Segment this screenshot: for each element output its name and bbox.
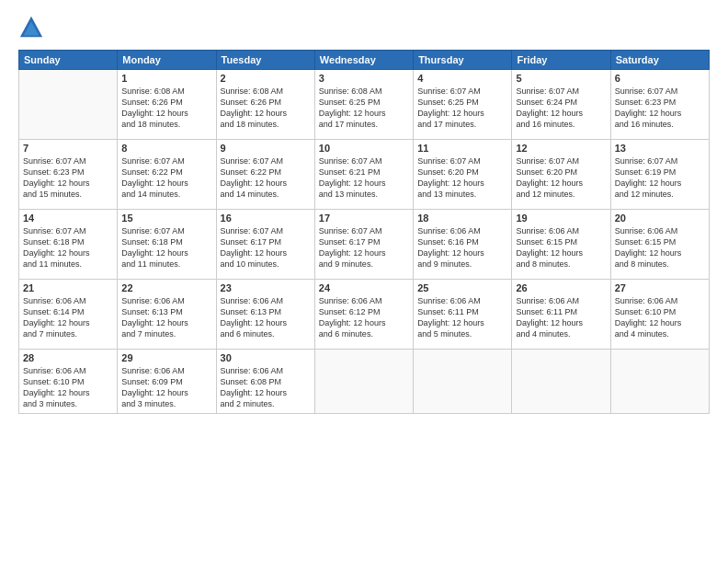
day-number: 15 <box>121 213 211 224</box>
page: SundayMondayTuesdayWednesdayThursdayFrid… <box>0 0 728 563</box>
day-number: 19 <box>516 213 606 224</box>
calendar-cell: 1Sunrise: 6:08 AM Sunset: 6:26 PM Daylig… <box>118 70 216 140</box>
calendar-cell: 14Sunrise: 6:07 AM Sunset: 6:18 PM Dayli… <box>19 210 118 280</box>
calendar-week-2: 14Sunrise: 6:07 AM Sunset: 6:18 PM Dayli… <box>19 210 710 280</box>
day-number: 20 <box>615 213 705 224</box>
day-detail: Sunrise: 6:07 AM Sunset: 6:22 PM Dayligh… <box>221 155 311 201</box>
day-detail: Sunrise: 6:07 AM Sunset: 6:25 PM Dayligh… <box>417 86 507 131</box>
day-number: 11 <box>417 143 507 154</box>
day-detail: Sunrise: 6:07 AM Sunset: 6:18 PM Dayligh… <box>121 225 211 270</box>
day-number: 28 <box>23 352 113 363</box>
day-detail: Sunrise: 6:07 AM Sunset: 6:20 PM Dayligh… <box>516 155 606 201</box>
calendar-cell: 28Sunrise: 6:06 AM Sunset: 6:10 PM Dayli… <box>19 350 118 414</box>
day-detail: Sunrise: 6:07 AM Sunset: 6:24 PM Dayligh… <box>516 86 606 131</box>
calendar-cell: 11Sunrise: 6:07 AM Sunset: 6:20 PM Dayli… <box>414 140 512 210</box>
day-number: 12 <box>516 143 606 154</box>
calendar-cell: 6Sunrise: 6:07 AM Sunset: 6:23 PM Daylig… <box>610 70 709 140</box>
day-detail: Sunrise: 6:07 AM Sunset: 6:17 PM Dayligh… <box>221 225 311 270</box>
day-number: 1 <box>121 73 211 84</box>
calendar-cell: 3Sunrise: 6:08 AM Sunset: 6:25 PM Daylig… <box>314 70 413 140</box>
day-detail: Sunrise: 6:07 AM Sunset: 6:17 PM Dayligh… <box>319 225 409 270</box>
day-detail: Sunrise: 6:06 AM Sunset: 6:11 PM Dayligh… <box>516 295 606 340</box>
day-number: 10 <box>319 143 409 154</box>
day-detail: Sunrise: 6:07 AM Sunset: 6:21 PM Dayligh… <box>319 155 409 201</box>
day-detail: Sunrise: 6:06 AM Sunset: 6:09 PM Dayligh… <box>121 365 211 410</box>
calendar-cell: 24Sunrise: 6:06 AM Sunset: 6:12 PM Dayli… <box>314 280 413 350</box>
calendar-cell: 8Sunrise: 6:07 AM Sunset: 6:22 PM Daylig… <box>118 140 216 210</box>
logo-icon <box>18 15 44 40</box>
header <box>18 15 710 40</box>
calendar-cell <box>19 70 118 140</box>
day-number: 14 <box>23 213 113 224</box>
calendar-cell: 16Sunrise: 6:07 AM Sunset: 6:17 PM Dayli… <box>216 210 314 280</box>
day-number: 26 <box>516 282 606 293</box>
calendar-week-0: 1Sunrise: 6:08 AM Sunset: 6:26 PM Daylig… <box>19 70 710 140</box>
col-header-friday: Friday <box>512 51 610 70</box>
calendar-cell: 29Sunrise: 6:06 AM Sunset: 6:09 PM Dayli… <box>118 350 216 414</box>
calendar-cell <box>512 350 610 414</box>
calendar-cell: 21Sunrise: 6:06 AM Sunset: 6:14 PM Dayli… <box>19 280 118 350</box>
calendar-cell <box>314 350 413 414</box>
calendar-cell: 26Sunrise: 6:06 AM Sunset: 6:11 PM Dayli… <box>512 280 610 350</box>
calendar-cell: 30Sunrise: 6:06 AM Sunset: 6:08 PM Dayli… <box>216 350 314 414</box>
day-number: 8 <box>121 143 211 154</box>
calendar-week-1: 7Sunrise: 6:07 AM Sunset: 6:23 PM Daylig… <box>19 140 710 210</box>
day-detail: Sunrise: 6:06 AM Sunset: 6:12 PM Dayligh… <box>319 295 409 340</box>
logo <box>18 15 48 40</box>
day-number: 4 <box>417 73 507 84</box>
col-header-thursday: Thursday <box>414 51 512 70</box>
calendar-cell: 5Sunrise: 6:07 AM Sunset: 6:24 PM Daylig… <box>512 70 610 140</box>
day-number: 13 <box>615 143 705 154</box>
calendar-cell: 13Sunrise: 6:07 AM Sunset: 6:19 PM Dayli… <box>610 140 709 210</box>
calendar-week-3: 21Sunrise: 6:06 AM Sunset: 6:14 PM Dayli… <box>19 280 710 350</box>
col-header-sunday: Sunday <box>19 51 118 70</box>
day-number: 3 <box>319 73 409 84</box>
day-number: 17 <box>319 213 409 224</box>
calendar-cell: 2Sunrise: 6:08 AM Sunset: 6:26 PM Daylig… <box>216 70 314 140</box>
calendar-cell: 25Sunrise: 6:06 AM Sunset: 6:11 PM Dayli… <box>414 280 512 350</box>
day-detail: Sunrise: 6:08 AM Sunset: 6:26 PM Dayligh… <box>221 86 311 131</box>
day-detail: Sunrise: 6:06 AM Sunset: 6:11 PM Dayligh… <box>417 295 507 340</box>
day-number: 25 <box>417 282 507 293</box>
col-header-wednesday: Wednesday <box>314 51 413 70</box>
day-number: 9 <box>221 143 311 154</box>
day-number: 5 <box>516 73 606 84</box>
day-detail: Sunrise: 6:06 AM Sunset: 6:10 PM Dayligh… <box>615 295 705 340</box>
day-detail: Sunrise: 6:06 AM Sunset: 6:13 PM Dayligh… <box>221 295 311 340</box>
day-detail: Sunrise: 6:06 AM Sunset: 6:13 PM Dayligh… <box>121 295 211 340</box>
day-detail: Sunrise: 6:07 AM Sunset: 6:22 PM Dayligh… <box>121 155 211 201</box>
day-detail: Sunrise: 6:07 AM Sunset: 6:23 PM Dayligh… <box>615 86 705 131</box>
calendar-cell: 7Sunrise: 6:07 AM Sunset: 6:23 PM Daylig… <box>19 140 118 210</box>
col-header-tuesday: Tuesday <box>216 51 314 70</box>
calendar-cell: 18Sunrise: 6:06 AM Sunset: 6:16 PM Dayli… <box>414 210 512 280</box>
day-number: 30 <box>221 352 311 363</box>
day-number: 7 <box>23 143 113 154</box>
calendar-cell: 17Sunrise: 6:07 AM Sunset: 6:17 PM Dayli… <box>314 210 413 280</box>
calendar-cell: 9Sunrise: 6:07 AM Sunset: 6:22 PM Daylig… <box>216 140 314 210</box>
calendar-cell: 10Sunrise: 6:07 AM Sunset: 6:21 PM Dayli… <box>314 140 413 210</box>
day-detail: Sunrise: 6:06 AM Sunset: 6:08 PM Dayligh… <box>221 365 311 410</box>
calendar-cell: 19Sunrise: 6:06 AM Sunset: 6:15 PM Dayli… <box>512 210 610 280</box>
day-detail: Sunrise: 6:07 AM Sunset: 6:20 PM Dayligh… <box>417 155 507 201</box>
col-header-saturday: Saturday <box>610 51 709 70</box>
day-number: 18 <box>417 213 507 224</box>
day-detail: Sunrise: 6:08 AM Sunset: 6:25 PM Dayligh… <box>319 86 409 131</box>
day-detail: Sunrise: 6:08 AM Sunset: 6:26 PM Dayligh… <box>121 86 211 131</box>
calendar-table: SundayMondayTuesdayWednesdayThursdayFrid… <box>18 50 710 414</box>
day-detail: Sunrise: 6:07 AM Sunset: 6:18 PM Dayligh… <box>23 225 113 270</box>
calendar-cell <box>414 350 512 414</box>
day-detail: Sunrise: 6:06 AM Sunset: 6:15 PM Dayligh… <box>615 225 705 270</box>
calendar-cell: 4Sunrise: 6:07 AM Sunset: 6:25 PM Daylig… <box>414 70 512 140</box>
calendar-header-row: SundayMondayTuesdayWednesdayThursdayFrid… <box>19 51 710 70</box>
calendar-cell: 27Sunrise: 6:06 AM Sunset: 6:10 PM Dayli… <box>610 280 709 350</box>
day-number: 6 <box>615 73 705 84</box>
calendar-cell: 23Sunrise: 6:06 AM Sunset: 6:13 PM Dayli… <box>216 280 314 350</box>
day-detail: Sunrise: 6:06 AM Sunset: 6:16 PM Dayligh… <box>417 225 507 270</box>
calendar-week-4: 28Sunrise: 6:06 AM Sunset: 6:10 PM Dayli… <box>19 350 710 414</box>
calendar-cell: 15Sunrise: 6:07 AM Sunset: 6:18 PM Dayli… <box>118 210 216 280</box>
day-detail: Sunrise: 6:07 AM Sunset: 6:19 PM Dayligh… <box>615 155 705 201</box>
day-number: 27 <box>615 282 705 293</box>
day-detail: Sunrise: 6:06 AM Sunset: 6:14 PM Dayligh… <box>23 295 113 340</box>
day-detail: Sunrise: 6:06 AM Sunset: 6:15 PM Dayligh… <box>516 225 606 270</box>
day-number: 21 <box>23 282 113 293</box>
